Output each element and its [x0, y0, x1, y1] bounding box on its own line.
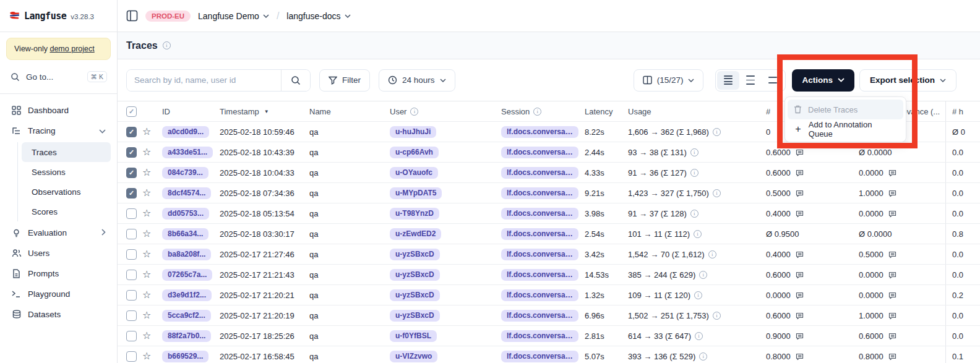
user-id-badge[interactable]: u-yzSBxcD	[390, 310, 440, 322]
goto-button[interactable]: Go to... ⌘ K	[6, 67, 111, 86]
user-id-badge[interactable]: u-zEwdED2	[390, 228, 441, 240]
session-id-badge[interactable]: lf.docs.conversation...	[501, 208, 578, 220]
bookmark-star-icon[interactable]: ☆	[142, 270, 151, 280]
session-id-badge[interactable]: lf.docs.conversation...	[501, 289, 578, 301]
user-id-badge[interactable]: u-MYpDAT5	[390, 187, 442, 199]
row-height-large-button[interactable]	[762, 71, 784, 90]
row-checkbox[interactable]	[126, 127, 137, 137]
session-id-badge[interactable]: lf.docs.conversation...	[501, 351, 578, 362]
user-id-badge[interactable]: u-VIZzvwo	[390, 351, 437, 362]
bookmark-star-icon[interactable]: ☆	[142, 168, 151, 177]
table-row[interactable]: ☆ 07265c7a... 2025-02-17 21:21:43 qa u-y…	[118, 265, 980, 285]
search-input[interactable]	[127, 70, 281, 91]
sidebar-item-dashboard[interactable]: Dashboard	[6, 100, 111, 121]
table-row[interactable]: ☆ 8dcf4574... 2025-02-18 07:34:36 qa u-M…	[118, 183, 980, 203]
table-row[interactable]: ☆ 88f2a7b0... 2025-02-17 18:25:26 qa u-f…	[118, 326, 980, 346]
org-switcher[interactable]: Langfuse Demo	[198, 11, 269, 21]
menu-item-add-to-annotation-queue[interactable]: + Add to Annotation Queue	[788, 119, 903, 139]
search-submit-button[interactable]	[282, 70, 310, 91]
row-checkbox[interactable]	[126, 147, 137, 158]
bookmark-star-icon[interactable]: ☆	[142, 331, 151, 341]
row-checkbox[interactable]	[126, 168, 137, 178]
bookmark-star-icon[interactable]: ☆	[142, 229, 151, 239]
header-name[interactable]: Name	[303, 107, 384, 116]
export-selection-button[interactable]: Export selection	[859, 69, 956, 92]
user-id-badge[interactable]: u-huJhuJi	[390, 126, 436, 138]
bookmark-star-icon[interactable]: ☆	[142, 290, 151, 300]
header-user[interactable]: User	[384, 107, 495, 116]
row-checkbox[interactable]	[126, 310, 137, 321]
sidebar-item-tracing[interactable]: Tracing	[6, 121, 111, 141]
table-row[interactable]: ☆ ba8a208f... 2025-02-17 21:27:46 qa u-y…	[118, 244, 980, 265]
table-row[interactable]: ☆ d3e9d1f2... 2025-02-17 21:20:21 qa u-y…	[118, 285, 980, 305]
user-id-badge[interactable]: u-yzSBxcD	[390, 269, 440, 281]
session-id-badge[interactable]: lf.docs.conversation...	[501, 249, 578, 260]
row-checkbox[interactable]	[126, 229, 137, 239]
session-id-badge[interactable]: lf.docs.conversation...	[501, 228, 578, 240]
sidebar-item-observations[interactable]: Observations	[22, 182, 111, 202]
row-checkbox[interactable]	[126, 270, 137, 280]
session-id-badge[interactable]: lf.docs.conversation...	[501, 126, 578, 138]
row-height-small-button[interactable]	[717, 71, 739, 90]
user-id-badge[interactable]: u-yzSBxcD	[390, 249, 440, 260]
session-id-badge[interactable]: lf.docs.conversation...	[501, 310, 578, 322]
row-checkbox[interactable]	[126, 290, 137, 301]
header-timestamp[interactable]: Timestamp ▼	[213, 107, 303, 116]
sidebar-item-scores[interactable]: Scores	[22, 202, 111, 221]
user-id-badge[interactable]: u-OYauofc	[390, 167, 438, 179]
row-checkbox[interactable]	[126, 351, 137, 362]
row-checkbox[interactable]	[126, 208, 137, 219]
table-row[interactable]: ☆ 084c739... 2025-02-18 10:04:33 qa u-OY…	[118, 163, 980, 183]
sidebar-item-users[interactable]: Users	[6, 243, 111, 263]
sidebar-item-sessions[interactable]: Sessions	[22, 162, 111, 182]
sidebar-item-evaluation[interactable]: Evaluation	[6, 223, 111, 243]
sidebar-item-traces[interactable]: Traces	[22, 142, 111, 162]
session-id-badge[interactable]: lf.docs.conversation...	[501, 269, 578, 281]
table-row[interactable]: ☆ a433de51... 2025-02-18 10:43:39 qa u-c…	[118, 142, 980, 163]
select-all-checkbox[interactable]	[126, 106, 137, 117]
time-range-button[interactable]: 24 hours	[379, 69, 455, 92]
user-id-badge[interactable]: u-yzSBxcD	[390, 289, 440, 301]
trace-id-badge[interactable]: 07265c7a...	[162, 269, 212, 281]
sidebar-item-prompts[interactable]: Prompts	[6, 263, 111, 284]
row-checkbox[interactable]	[126, 188, 137, 199]
user-id-badge[interactable]: u-f0YfBSL	[390, 330, 437, 342]
bookmark-star-icon[interactable]: ☆	[142, 310, 151, 320]
header-usage[interactable]: Usage	[622, 107, 760, 116]
filter-button[interactable]: Filter	[319, 69, 370, 92]
header-latency[interactable]: Latency	[578, 107, 622, 116]
bookmark-star-icon[interactable]: ☆	[142, 188, 151, 198]
row-height-medium-button[interactable]	[739, 71, 762, 90]
demo-project-link[interactable]: demo project	[49, 45, 94, 53]
row-checkbox[interactable]	[126, 249, 137, 260]
session-id-badge[interactable]: lf.docs.conversation...	[501, 167, 578, 179]
column-visibility-button[interactable]: (15/27)	[634, 69, 704, 92]
session-id-badge[interactable]: lf.docs.conversation...	[501, 147, 578, 158]
trace-id-badge[interactable]: 8dcf4574...	[162, 187, 211, 199]
bookmark-star-icon[interactable]: ☆	[142, 147, 151, 157]
trace-id-badge[interactable]: ba8a208f...	[162, 249, 211, 260]
trace-id-badge[interactable]: 084c739...	[162, 167, 208, 179]
table-row[interactable]: ☆ 5cca9cf2... 2025-02-17 21:20:19 qa u-y…	[118, 305, 980, 326]
trace-id-badge[interactable]: 8b66a34...	[162, 228, 208, 240]
actions-button[interactable]: Actions	[792, 69, 854, 92]
trace-id-badge[interactable]: 88f2a7b0...	[162, 330, 211, 342]
user-id-badge[interactable]: u-T98YnzD	[390, 208, 439, 220]
header-id[interactable]: ID	[158, 107, 213, 116]
table-row[interactable]: ☆ 8b66a34... 2025-02-18 03:30:17 qa u-zE…	[118, 224, 980, 244]
trace-id-badge[interactable]: b669529...	[162, 351, 208, 362]
bookmark-star-icon[interactable]: ☆	[142, 127, 151, 137]
trace-id-badge[interactable]: d3e9d1f2...	[162, 289, 212, 301]
header-session[interactable]: Session	[495, 107, 578, 116]
row-checkbox[interactable]	[126, 331, 137, 341]
panel-left-icon[interactable]	[126, 10, 138, 22]
trace-id-badge[interactable]: a0cd0d9...	[162, 126, 209, 138]
session-id-badge[interactable]: lf.docs.conversation...	[501, 330, 578, 342]
project-switcher[interactable]: langfuse-docs	[286, 11, 350, 21]
trace-id-badge[interactable]: a433de51...	[162, 147, 213, 158]
sidebar-item-playground[interactable]: Playground	[6, 284, 111, 304]
table-row[interactable]: ☆ dd05753... 2025-02-18 05:13:54 qa u-T9…	[118, 203, 980, 224]
menu-item-delete-traces[interactable]: Delete Traces	[788, 100, 903, 119]
trace-id-badge[interactable]: dd05753...	[162, 208, 209, 220]
bookmark-star-icon[interactable]: ☆	[142, 249, 151, 259]
